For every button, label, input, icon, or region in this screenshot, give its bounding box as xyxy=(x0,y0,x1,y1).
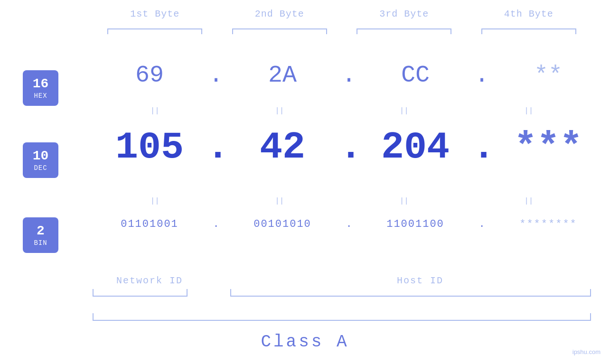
dec-byte3: 204 xyxy=(358,126,472,169)
eq2-b3: || xyxy=(347,197,461,205)
eq2-b4: || xyxy=(472,197,586,205)
dec-dot3: . xyxy=(472,126,491,169)
class-label: Class A xyxy=(0,332,610,352)
bracket-byte3-top xyxy=(357,28,451,34)
dec-byte1: 105 xyxy=(93,126,206,169)
header-byte3: 3rd Byte xyxy=(347,9,461,19)
hex-b2-val: 2A xyxy=(268,62,297,89)
eq2-b1: || xyxy=(98,197,212,205)
bin-dot3: . xyxy=(472,218,491,230)
bracket-bottom-row xyxy=(93,289,591,297)
bin-dot2: . xyxy=(339,218,358,230)
bracket-byte1-top xyxy=(107,28,202,34)
eq1-b3: || xyxy=(347,107,461,115)
watermark: ipshu.com xyxy=(572,348,601,355)
bin-b3-val: 11001100 xyxy=(386,218,444,230)
hex-dot3: . xyxy=(472,62,491,89)
bin-byte3: 11001100 xyxy=(358,218,472,230)
bracket-byte2-top xyxy=(232,28,327,34)
header-byte2: 2nd Byte xyxy=(223,9,337,19)
hex-b4-val: ** xyxy=(534,62,563,89)
bracket-byte4-top xyxy=(481,28,576,34)
network-host-labels: Network ID Host ID xyxy=(93,275,591,286)
dec-byte2: 42 xyxy=(225,126,339,169)
eq2-b2: || xyxy=(223,197,337,205)
hex-byte2: 2A xyxy=(225,62,339,89)
bin-b1-val: 01101001 xyxy=(121,218,178,230)
eq1-b2: || xyxy=(223,107,337,115)
badge-hex-label: HEX xyxy=(34,92,47,100)
dec-b2-val: 42 xyxy=(260,126,305,169)
hex-b1-val: 69 xyxy=(135,62,164,89)
hex-b3-val: CC xyxy=(401,62,430,89)
dec-b3-val: 204 xyxy=(381,126,450,169)
big-bracket xyxy=(93,313,591,321)
eq1-b1: || xyxy=(98,107,212,115)
hex-row: 69 . 2A . CC . ** xyxy=(0,62,610,89)
bin-dot1: . xyxy=(206,218,225,230)
network-id-label: Network ID xyxy=(93,275,206,286)
header-byte1: 1st Byte xyxy=(98,9,212,19)
eq1-b4: || xyxy=(472,107,586,115)
bottom-bracket-area: Network ID Host ID xyxy=(93,275,591,297)
header-byte4: 4th Byte xyxy=(472,9,586,19)
dec-b1-val: 105 xyxy=(115,126,184,169)
hex-dot1: . xyxy=(206,62,225,89)
dec-byte4: *** xyxy=(491,126,605,169)
bin-b2-val: 00101010 xyxy=(253,218,311,230)
dec-b4-val: *** xyxy=(514,126,582,169)
bracket-network xyxy=(93,289,188,297)
host-id-label: Host ID xyxy=(249,275,591,286)
badge-bin-label: BIN xyxy=(34,239,47,247)
hex-byte3: CC xyxy=(358,62,472,89)
hex-dot2: . xyxy=(339,62,358,89)
dec-dot1: . xyxy=(206,126,225,169)
bin-byte1: 01101001 xyxy=(93,218,206,230)
equals-row-1: || || || || xyxy=(93,107,591,115)
bin-byte2: 00101010 xyxy=(225,218,339,230)
bin-row: 01101001 . 00101010 . 11001100 . *******… xyxy=(0,218,610,230)
equals-row-2: || || || || xyxy=(93,197,591,205)
hex-byte1: 69 xyxy=(93,62,206,89)
bin-b4-val: ******** xyxy=(519,218,577,230)
bracket-host xyxy=(230,289,591,297)
hex-byte4: ** xyxy=(491,62,605,89)
dec-dot2: . xyxy=(339,126,358,169)
dec-row: 105 . 42 . 204 . *** xyxy=(0,126,610,169)
bin-byte4: ******** xyxy=(491,218,605,230)
